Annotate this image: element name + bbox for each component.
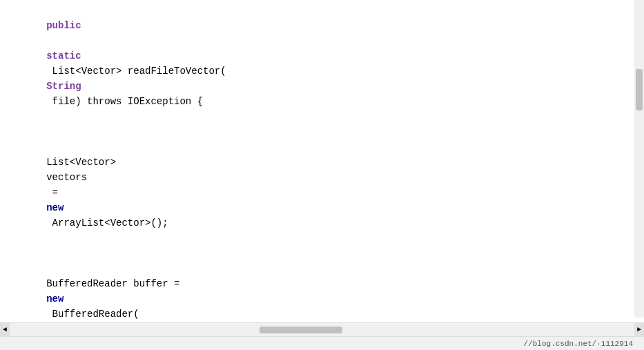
keyword-new2: new	[46, 293, 64, 304]
keyword-public: public	[46, 20, 81, 31]
horizontal-scrollbar[interactable]: ◄ ►	[0, 322, 644, 336]
code-line-1: public static List<Vector> readFileToVec…	[0, 3, 644, 124]
keyword-string: String	[46, 81, 81, 92]
status-bar: //blog.csdn.net/·1112914	[0, 336, 644, 350]
code-area[interactable]: public static List<Vector> readFileToVec…	[0, 0, 644, 322]
keyword-static: static	[46, 50, 81, 61]
code-line-2: List<Vector> vectors = new ArrayList<Vec…	[0, 124, 644, 246]
var-vectors: vectors	[46, 172, 87, 183]
scroll-track[interactable]	[10, 325, 634, 335]
status-text: //blog.csdn.net/·1112914	[524, 340, 633, 348]
editor-container: public static List<Vector> readFileToVec…	[0, 0, 644, 350]
code-line-3: BufferedReader buffer = new BufferedRead…	[0, 246, 644, 322]
vertical-scrollbar[interactable]	[634, 0, 644, 318]
scrollbar-thumb-h[interactable]	[260, 327, 342, 333]
scrollbar-thumb-v[interactable]	[636, 69, 643, 110]
scroll-right-button[interactable]: ►	[634, 323, 644, 337]
scroll-left-button[interactable]: ◄	[0, 323, 10, 337]
keyword-new: new	[46, 202, 64, 213]
